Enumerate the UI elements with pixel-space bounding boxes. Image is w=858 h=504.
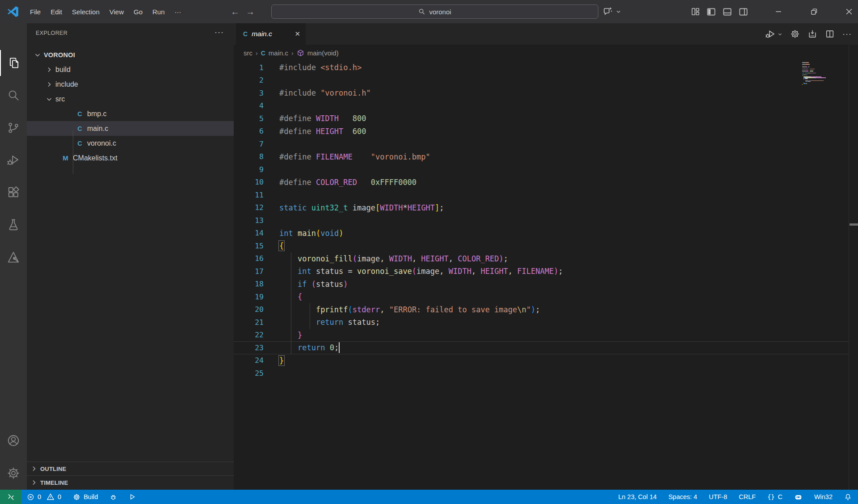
tree-item-cmakelists-txt[interactable]: MCMakelists.txt bbox=[27, 151, 234, 165]
activity-testing[interactable] bbox=[0, 212, 27, 238]
code-line-7[interactable]: 7 bbox=[234, 138, 858, 151]
code-line-3[interactable]: 3#include "voronoi.h" bbox=[234, 87, 858, 100]
menu-bar: FileEditSelectionViewGoRun··· bbox=[25, 0, 186, 23]
gear-icon bbox=[7, 466, 20, 480]
code-line-25[interactable]: 25 bbox=[234, 367, 858, 380]
restore-icon[interactable] bbox=[810, 8, 818, 16]
menu-edit[interactable]: Edit bbox=[46, 6, 67, 18]
tree-item-include[interactable]: include bbox=[27, 77, 234, 92]
code-line-2[interactable]: 2 bbox=[234, 74, 858, 87]
cmake-file-icon: M bbox=[62, 154, 69, 162]
text-cursor bbox=[339, 342, 340, 353]
close-icon[interactable] bbox=[845, 7, 854, 16]
launch-target-button[interactable] bbox=[129, 493, 136, 500]
code-line-10[interactable]: 10#define COLOR_RED 0xFFFF0000 bbox=[234, 176, 858, 189]
statusbar-notifications[interactable] bbox=[844, 493, 852, 501]
menu-[interactable]: ··· bbox=[170, 6, 186, 18]
tab-main-c[interactable]: C main.c ✕ bbox=[236, 23, 306, 45]
activity-search[interactable] bbox=[0, 82, 27, 108]
command-center-search[interactable]: voronoi bbox=[271, 4, 598, 19]
menu-view[interactable]: View bbox=[105, 6, 129, 18]
menu-run[interactable]: Run bbox=[147, 6, 170, 18]
code-line-16[interactable]: 16 voronoi_fill(image, WIDTH, HEIGHT, CO… bbox=[234, 252, 858, 265]
tree-item-build[interactable]: build bbox=[27, 62, 234, 77]
code-line-4[interactable]: 4 bbox=[234, 100, 858, 113]
code-line-11[interactable]: 11 bbox=[234, 189, 858, 202]
code-line-22[interactable]: 22 } bbox=[234, 329, 858, 342]
activity-settings[interactable] bbox=[0, 460, 27, 486]
code-line-13[interactable]: 13 bbox=[234, 214, 858, 227]
problems-indicator[interactable]: 0 0 bbox=[27, 493, 61, 501]
code-line-17[interactable]: 17 int status = voronoi_save(image, WIDT… bbox=[234, 265, 858, 278]
cmake-build-button[interactable]: Build bbox=[73, 493, 98, 501]
tree-item-voronoi[interactable]: VORONOI bbox=[27, 47, 234, 62]
activity-extensions[interactable] bbox=[0, 180, 27, 206]
breadcrumb-file[interactable]: main.c bbox=[269, 49, 288, 57]
statusbar-indentation[interactable]: Spaces: 4 bbox=[669, 493, 698, 500]
tab-label: main.c bbox=[252, 30, 290, 38]
menu-file[interactable]: File bbox=[25, 6, 46, 18]
run-debug-dropdown-icon[interactable] bbox=[765, 29, 782, 39]
minimap[interactable] bbox=[802, 62, 842, 86]
statusbar-cursor-position[interactable]: Ln 23, Col 14 bbox=[618, 493, 656, 500]
breadcrumb-src[interactable]: src bbox=[244, 49, 252, 57]
tree-item-voronoi-c[interactable]: Cvoronoi.c bbox=[27, 136, 234, 151]
forward-arrow-icon[interactable]: → bbox=[246, 7, 255, 17]
tree-item-src[interactable]: src bbox=[27, 92, 234, 106]
code-line-9[interactable]: 9 bbox=[234, 163, 858, 176]
minimize-icon[interactable] bbox=[774, 7, 783, 16]
install-build-icon[interactable] bbox=[808, 29, 817, 39]
code-line-6[interactable]: 6#define HEIGHT 600 bbox=[234, 125, 858, 138]
bug-icon bbox=[109, 493, 117, 501]
activity-cmake[interactable] bbox=[0, 244, 27, 270]
line-number: 16 bbox=[234, 254, 264, 263]
error-icon bbox=[27, 493, 34, 501]
statusbar-eol[interactable]: CRLF bbox=[739, 493, 756, 500]
statusbar-encoding[interactable]: UTF-8 bbox=[709, 493, 727, 500]
tree-item-main-c[interactable]: Cmain.c bbox=[27, 121, 234, 136]
remote-indicator[interactable] bbox=[0, 490, 21, 504]
code-line-18[interactable]: 18 if (status) bbox=[234, 278, 858, 291]
more-actions-icon[interactable]: ··· bbox=[214, 28, 224, 37]
toggle-secondary-sidebar-icon[interactable] bbox=[738, 7, 749, 17]
tree-item-bmp-c[interactable]: Cbmp.c bbox=[27, 106, 234, 121]
line-number: 15 bbox=[234, 242, 264, 250]
code-line-1[interactable]: 1#include <stdio.h> bbox=[234, 61, 858, 74]
activity-account[interactable] bbox=[0, 428, 27, 454]
statusbar-copilot[interactable] bbox=[794, 493, 803, 501]
menu-go[interactable]: Go bbox=[129, 6, 147, 18]
gear-icon[interactable] bbox=[790, 29, 800, 39]
code-line-12[interactable]: 12static uint32_t image[WIDTH*HEIGHT]; bbox=[234, 202, 858, 214]
chevron-down-icon bbox=[34, 51, 41, 59]
section-label: OUTLINE bbox=[40, 466, 66, 472]
more-actions-icon[interactable]: ··· bbox=[842, 29, 852, 39]
menu-selection[interactable]: Selection bbox=[67, 6, 105, 18]
back-arrow-icon[interactable]: ← bbox=[231, 7, 240, 17]
code-line-24[interactable]: 24} bbox=[234, 354, 858, 367]
statusbar-language-mode[interactable]: {}C bbox=[767, 493, 782, 500]
code-line-21[interactable]: 21 return status; bbox=[234, 316, 858, 329]
code-line-8[interactable]: 8#define FILENAME "voronoi.bmp" bbox=[234, 151, 858, 164]
activity-source-control[interactable] bbox=[0, 115, 27, 141]
code-line-23[interactable]: 23 return 0; bbox=[234, 341, 858, 354]
statusbar-platform[interactable]: Win32 bbox=[814, 493, 833, 500]
toggle-primary-sidebar-icon[interactable] bbox=[706, 7, 716, 17]
toggle-panel-icon[interactable] bbox=[722, 7, 732, 17]
scrollbar-track[interactable] bbox=[849, 45, 858, 490]
tab-close-icon[interactable]: ✕ bbox=[294, 30, 300, 38]
code-line-5[interactable]: 5#define WIDTH 800 bbox=[234, 112, 858, 125]
breadcrumb-symbol[interactable]: main(void) bbox=[307, 49, 339, 57]
code-line-14[interactable]: 14int main(void) bbox=[234, 227, 858, 240]
code-line-15[interactable]: 15{ bbox=[234, 239, 858, 252]
symbol-cube-icon bbox=[297, 49, 304, 57]
code-line-19[interactable]: 19 { bbox=[234, 290, 858, 303]
section-outline[interactable]: OUTLINE bbox=[27, 462, 234, 475]
section-timeline[interactable]: TIMELINE bbox=[27, 475, 234, 489]
code-line-20[interactable]: 20 fprintf(stderr, "ERROR: failed to sav… bbox=[234, 303, 858, 316]
activity-run-debug[interactable] bbox=[0, 147, 27, 173]
debug-target-button[interactable] bbox=[109, 493, 117, 501]
copilot-menu[interactable] bbox=[602, 0, 621, 23]
customize-layout-icon[interactable] bbox=[690, 7, 700, 17]
activity-explorer[interactable] bbox=[0, 50, 28, 76]
split-editor-icon[interactable] bbox=[825, 29, 835, 39]
